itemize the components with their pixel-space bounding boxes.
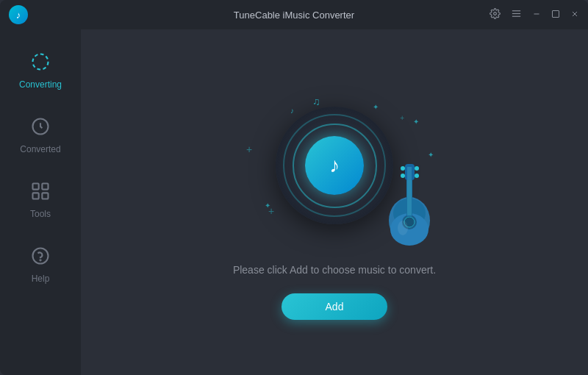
converting-icon	[27, 49, 54, 75]
converting-label: Converting	[19, 79, 62, 90]
help-label: Help	[32, 274, 50, 284]
svg-rect-11	[33, 193, 39, 199]
minimize-icon[interactable]	[532, 9, 541, 21]
maximize-icon[interactable]	[551, 9, 560, 21]
music-note-icon: ♪	[329, 154, 340, 177]
main-layout: Converting Converted Tools	[0, 29, 588, 375]
guitar	[382, 151, 437, 246]
sparkle-1: ✦	[413, 118, 419, 126]
sidebar-item-tools[interactable]: Tools	[0, 166, 81, 231]
menu-icon[interactable]	[511, 8, 522, 21]
svg-point-0	[494, 12, 497, 15]
add-button[interactable]: Add	[282, 293, 388, 320]
app-logo: ♪	[9, 5, 28, 24]
sidebar-item-converted[interactable]: Converted	[0, 101, 81, 166]
converted-label: Converted	[20, 144, 60, 154]
svg-rect-13	[42, 193, 48, 199]
window-controls	[490, 8, 579, 21]
title-bar: ♪ TuneCable iMusic Converter	[0, 0, 588, 29]
disc: ♪	[276, 107, 393, 224]
tools-label: Tools	[30, 209, 51, 219]
svg-point-26	[415, 166, 419, 171]
svg-rect-5	[553, 11, 559, 18]
svg-point-31	[398, 221, 408, 235]
svg-rect-10	[33, 184, 39, 190]
sidebar: Converting Converted Tools	[0, 29, 81, 375]
svg-point-24	[401, 166, 405, 171]
content-area: ♪ ♫ ♩ + + + ✦ ✦ ✦ ✦ ♪	[81, 29, 588, 375]
deco-plus-3: +	[400, 114, 404, 122]
svg-point-27	[415, 174, 419, 178]
logo-icon: ♪	[16, 10, 21, 21]
svg-rect-23	[405, 164, 415, 180]
title-bar-left: ♪	[9, 5, 28, 24]
disc-center: ♪	[305, 136, 364, 195]
close-icon[interactable]	[570, 9, 579, 21]
deco-plus-1: +	[246, 143, 252, 155]
help-icon	[27, 243, 54, 269]
float-note-2: ♫	[312, 96, 320, 107]
sparkle-3: ✦	[265, 201, 270, 210]
disc-outer: ♪	[276, 107, 393, 224]
music-visual: ♪ ♫ ♩ + + + ✦ ✦ ✦ ✦ ♪	[224, 85, 445, 246]
app-title: TuneCable iMusic Converter	[234, 10, 354, 21]
settings-icon[interactable]	[490, 8, 501, 21]
svg-point-25	[401, 174, 405, 178]
instruction-text: Please click Add to choose music to conv…	[233, 264, 436, 276]
svg-point-15	[40, 260, 40, 260]
svg-rect-12	[42, 184, 48, 190]
converted-icon	[27, 113, 54, 140]
sidebar-item-help[interactable]: Help	[0, 231, 81, 296]
svg-point-8	[33, 54, 49, 70]
sidebar-item-converting[interactable]: Converting	[0, 37, 81, 101]
tools-icon	[27, 178, 54, 204]
